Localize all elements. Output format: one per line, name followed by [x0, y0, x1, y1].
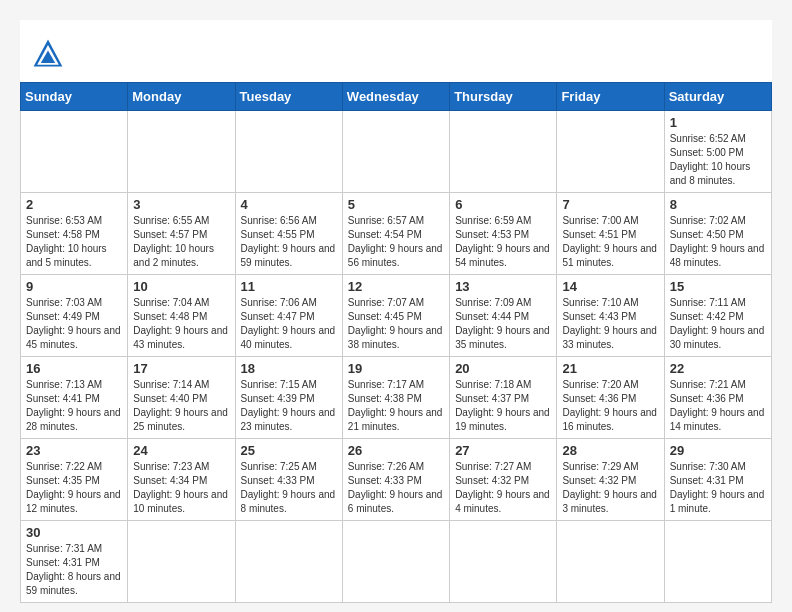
calendar-cell: 30Sunrise: 7:31 AM Sunset: 4:31 PM Dayli… — [21, 521, 128, 603]
calendar-cell: 20Sunrise: 7:18 AM Sunset: 4:37 PM Dayli… — [450, 357, 557, 439]
calendar-cell — [235, 521, 342, 603]
calendar-cell: 2Sunrise: 6:53 AM Sunset: 4:58 PM Daylig… — [21, 193, 128, 275]
day-info: Sunrise: 6:59 AM Sunset: 4:53 PM Dayligh… — [455, 214, 551, 270]
day-number: 3 — [133, 197, 229, 212]
day-number: 10 — [133, 279, 229, 294]
day-info: Sunrise: 7:20 AM Sunset: 4:36 PM Dayligh… — [562, 378, 658, 434]
calendar-cell — [21, 111, 128, 193]
calendar-cell: 22Sunrise: 7:21 AM Sunset: 4:36 PM Dayli… — [664, 357, 771, 439]
day-number: 22 — [670, 361, 766, 376]
calendar-cell: 10Sunrise: 7:04 AM Sunset: 4:48 PM Dayli… — [128, 275, 235, 357]
calendar-table: SundayMondayTuesdayWednesdayThursdayFrid… — [20, 82, 772, 603]
day-number: 16 — [26, 361, 122, 376]
calendar-cell: 18Sunrise: 7:15 AM Sunset: 4:39 PM Dayli… — [235, 357, 342, 439]
calendar-cell: 13Sunrise: 7:09 AM Sunset: 4:44 PM Dayli… — [450, 275, 557, 357]
day-number: 28 — [562, 443, 658, 458]
calendar-cell: 8Sunrise: 7:02 AM Sunset: 4:50 PM Daylig… — [664, 193, 771, 275]
calendar-header-saturday: Saturday — [664, 83, 771, 111]
day-info: Sunrise: 7:25 AM Sunset: 4:33 PM Dayligh… — [241, 460, 337, 516]
day-number: 27 — [455, 443, 551, 458]
calendar-cell: 5Sunrise: 6:57 AM Sunset: 4:54 PM Daylig… — [342, 193, 449, 275]
calendar-cell — [450, 521, 557, 603]
day-info: Sunrise: 7:27 AM Sunset: 4:32 PM Dayligh… — [455, 460, 551, 516]
day-number: 13 — [455, 279, 551, 294]
day-info: Sunrise: 7:22 AM Sunset: 4:35 PM Dayligh… — [26, 460, 122, 516]
calendar-header-friday: Friday — [557, 83, 664, 111]
day-info: Sunrise: 7:06 AM Sunset: 4:47 PM Dayligh… — [241, 296, 337, 352]
day-info: Sunrise: 7:10 AM Sunset: 4:43 PM Dayligh… — [562, 296, 658, 352]
day-info: Sunrise: 7:14 AM Sunset: 4:40 PM Dayligh… — [133, 378, 229, 434]
day-info: Sunrise: 7:00 AM Sunset: 4:51 PM Dayligh… — [562, 214, 658, 270]
calendar-cell — [664, 521, 771, 603]
day-number: 29 — [670, 443, 766, 458]
calendar-cell: 15Sunrise: 7:11 AM Sunset: 4:42 PM Dayli… — [664, 275, 771, 357]
day-number: 5 — [348, 197, 444, 212]
day-number: 17 — [133, 361, 229, 376]
calendar-cell: 1Sunrise: 6:52 AM Sunset: 5:00 PM Daylig… — [664, 111, 771, 193]
day-number: 20 — [455, 361, 551, 376]
day-info: Sunrise: 7:11 AM Sunset: 4:42 PM Dayligh… — [670, 296, 766, 352]
calendar-cell: 17Sunrise: 7:14 AM Sunset: 4:40 PM Dayli… — [128, 357, 235, 439]
calendar-header-thursday: Thursday — [450, 83, 557, 111]
day-number: 4 — [241, 197, 337, 212]
calendar-week-4: 23Sunrise: 7:22 AM Sunset: 4:35 PM Dayli… — [21, 439, 772, 521]
calendar-cell — [342, 521, 449, 603]
day-number: 6 — [455, 197, 551, 212]
calendar-cell — [235, 111, 342, 193]
day-number: 11 — [241, 279, 337, 294]
day-number: 30 — [26, 525, 122, 540]
day-info: Sunrise: 7:26 AM Sunset: 4:33 PM Dayligh… — [348, 460, 444, 516]
day-number: 18 — [241, 361, 337, 376]
day-info: Sunrise: 7:29 AM Sunset: 4:32 PM Dayligh… — [562, 460, 658, 516]
day-number: 23 — [26, 443, 122, 458]
day-number: 2 — [26, 197, 122, 212]
day-info: Sunrise: 7:09 AM Sunset: 4:44 PM Dayligh… — [455, 296, 551, 352]
day-info: Sunrise: 6:52 AM Sunset: 5:00 PM Dayligh… — [670, 132, 766, 188]
day-info: Sunrise: 6:55 AM Sunset: 4:57 PM Dayligh… — [133, 214, 229, 270]
calendar-cell: 12Sunrise: 7:07 AM Sunset: 4:45 PM Dayli… — [342, 275, 449, 357]
day-info: Sunrise: 7:30 AM Sunset: 4:31 PM Dayligh… — [670, 460, 766, 516]
day-info: Sunrise: 7:18 AM Sunset: 4:37 PM Dayligh… — [455, 378, 551, 434]
calendar-cell: 27Sunrise: 7:27 AM Sunset: 4:32 PM Dayli… — [450, 439, 557, 521]
calendar-cell: 4Sunrise: 6:56 AM Sunset: 4:55 PM Daylig… — [235, 193, 342, 275]
day-info: Sunrise: 7:02 AM Sunset: 4:50 PM Dayligh… — [670, 214, 766, 270]
calendar-week-1: 2Sunrise: 6:53 AM Sunset: 4:58 PM Daylig… — [21, 193, 772, 275]
day-info: Sunrise: 6:53 AM Sunset: 4:58 PM Dayligh… — [26, 214, 122, 270]
calendar-cell: 7Sunrise: 7:00 AM Sunset: 4:51 PM Daylig… — [557, 193, 664, 275]
calendar-week-5: 30Sunrise: 7:31 AM Sunset: 4:31 PM Dayli… — [21, 521, 772, 603]
calendar-header-wednesday: Wednesday — [342, 83, 449, 111]
calendar-page: SundayMondayTuesdayWednesdayThursdayFrid… — [20, 20, 772, 603]
day-info: Sunrise: 7:04 AM Sunset: 4:48 PM Dayligh… — [133, 296, 229, 352]
day-info: Sunrise: 7:23 AM Sunset: 4:34 PM Dayligh… — [133, 460, 229, 516]
day-number: 26 — [348, 443, 444, 458]
day-number: 25 — [241, 443, 337, 458]
calendar-cell: 6Sunrise: 6:59 AM Sunset: 4:53 PM Daylig… — [450, 193, 557, 275]
day-number: 19 — [348, 361, 444, 376]
calendar-header-monday: Monday — [128, 83, 235, 111]
calendar-cell: 3Sunrise: 6:55 AM Sunset: 4:57 PM Daylig… — [128, 193, 235, 275]
day-info: Sunrise: 7:03 AM Sunset: 4:49 PM Dayligh… — [26, 296, 122, 352]
calendar-cell: 25Sunrise: 7:25 AM Sunset: 4:33 PM Dayli… — [235, 439, 342, 521]
day-number: 8 — [670, 197, 766, 212]
calendar-cell: 21Sunrise: 7:20 AM Sunset: 4:36 PM Dayli… — [557, 357, 664, 439]
logo-icon — [30, 36, 66, 72]
calendar-cell: 9Sunrise: 7:03 AM Sunset: 4:49 PM Daylig… — [21, 275, 128, 357]
logo — [30, 36, 72, 72]
day-info: Sunrise: 7:15 AM Sunset: 4:39 PM Dayligh… — [241, 378, 337, 434]
day-info: Sunrise: 7:31 AM Sunset: 4:31 PM Dayligh… — [26, 542, 122, 598]
day-number: 21 — [562, 361, 658, 376]
day-info: Sunrise: 7:17 AM Sunset: 4:38 PM Dayligh… — [348, 378, 444, 434]
calendar-cell — [450, 111, 557, 193]
calendar-cell — [128, 111, 235, 193]
calendar-header-tuesday: Tuesday — [235, 83, 342, 111]
day-number: 7 — [562, 197, 658, 212]
calendar-cell: 23Sunrise: 7:22 AM Sunset: 4:35 PM Dayli… — [21, 439, 128, 521]
calendar-cell: 26Sunrise: 7:26 AM Sunset: 4:33 PM Dayli… — [342, 439, 449, 521]
calendar-cell: 24Sunrise: 7:23 AM Sunset: 4:34 PM Dayli… — [128, 439, 235, 521]
calendar-cell: 11Sunrise: 7:06 AM Sunset: 4:47 PM Dayli… — [235, 275, 342, 357]
calendar-cell — [557, 521, 664, 603]
calendar-cell: 28Sunrise: 7:29 AM Sunset: 4:32 PM Dayli… — [557, 439, 664, 521]
calendar-week-0: 1Sunrise: 6:52 AM Sunset: 5:00 PM Daylig… — [21, 111, 772, 193]
calendar-cell: 29Sunrise: 7:30 AM Sunset: 4:31 PM Dayli… — [664, 439, 771, 521]
day-info: Sunrise: 6:56 AM Sunset: 4:55 PM Dayligh… — [241, 214, 337, 270]
